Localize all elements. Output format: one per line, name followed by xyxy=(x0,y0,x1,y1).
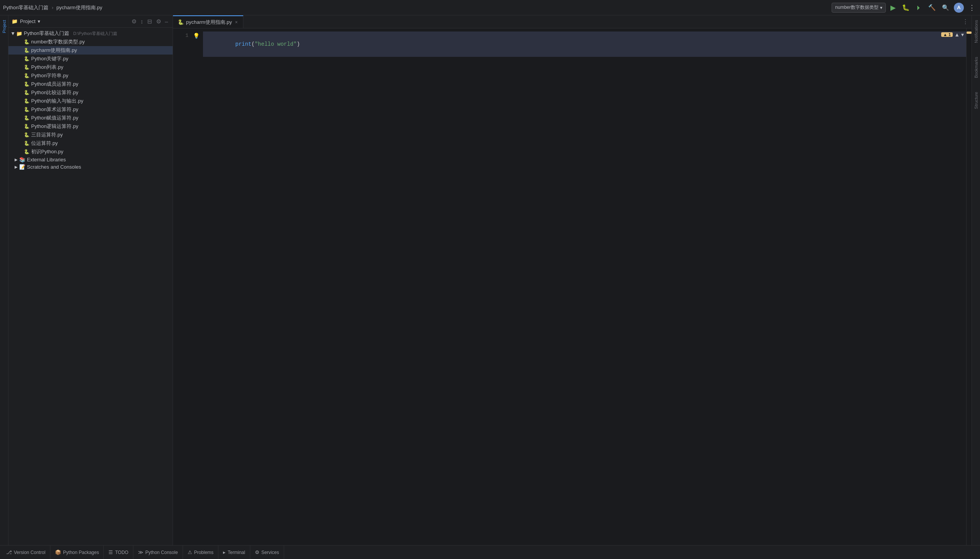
file-logical[interactable]: 🐍 Python逻辑运算符.py xyxy=(8,122,173,131)
tree-root[interactable]: ▶ 📁 Python零基础入门篇 D:\Python零基础入门篇 xyxy=(8,29,173,38)
scratches-consoles[interactable]: ▶ 📝 Scratches and Consoles xyxy=(8,163,173,171)
py-file-icon: 🐍 xyxy=(24,48,30,53)
panel-actions: ⚙ ↕ ⊟ ⚙ – xyxy=(130,17,170,26)
run-config-chevron: ▾ xyxy=(880,5,882,10)
scratches-label: Scratches and Consoles xyxy=(27,164,81,170)
file-keywords[interactable]: 🐍 Python关键字.py xyxy=(8,55,173,63)
python-console-tab[interactable]: ≫ Python Console xyxy=(133,546,183,559)
problems-tab[interactable]: ⚠ Problems xyxy=(183,546,219,559)
python-packages-icon: 📦 xyxy=(55,549,61,555)
root-folder-icon: 📁 xyxy=(16,31,22,36)
py-file-icon: 🐍 xyxy=(24,98,30,104)
file-pycharm-guide[interactable]: 🐍 pycharm使用指南.py xyxy=(8,46,173,55)
project-dropdown-icon[interactable]: ▾ xyxy=(38,18,40,24)
file-list[interactable]: 🐍 Python列表.py xyxy=(8,63,173,71)
version-control-icon: ⎇ xyxy=(6,549,12,555)
breadcrumb-separator: › xyxy=(52,5,53,10)
notifications-tab-vertical[interactable]: Notifications xyxy=(973,17,979,46)
terminal-label: Terminal xyxy=(228,550,245,555)
file-name: Python逻辑运算符.py xyxy=(31,123,78,130)
search-everywhere-button[interactable]: 🔍 xyxy=(940,3,951,13)
py-file-icon: 🐍 xyxy=(24,124,30,129)
run-config-label: number数字数据类型 xyxy=(835,4,879,11)
py-file-icon: 🐍 xyxy=(24,56,30,61)
warning-nav-up[interactable]: ▲ xyxy=(954,32,960,38)
warning-nav-down[interactable]: ▾ xyxy=(961,32,964,38)
debug-button[interactable]: 🐛 xyxy=(900,2,911,13)
breadcrumb-file[interactable]: pycharm使用指南.py xyxy=(57,4,102,11)
file-assignment[interactable]: 🐍 Python赋值运算符.py xyxy=(8,114,173,122)
tabs-more-button[interactable]: ⋮ xyxy=(959,18,972,25)
terminal-tab[interactable]: ▸ Terminal xyxy=(218,546,250,559)
file-name: Python成员运算符.py xyxy=(31,81,78,88)
run-button[interactable]: ▶ xyxy=(889,2,897,13)
editor-scroll-sidebar[interactable] xyxy=(966,28,972,545)
warning-area: ▲ 1 ▲ ▾ xyxy=(941,32,964,38)
file-string[interactable]: 🐍 Python字符串.py xyxy=(8,71,173,80)
file-intro-python[interactable]: 🐍 初识Python.py xyxy=(8,148,173,156)
more-actions-button[interactable]: ⋮ xyxy=(967,2,977,13)
bottom-bar: ⎇ Version Control 📦 Python Packages ☰ TO… xyxy=(0,545,980,559)
file-name: Python比较运算符.py xyxy=(31,89,78,96)
ext-lib-label: External Libraries xyxy=(27,157,66,163)
version-control-label: Version Control xyxy=(14,550,45,555)
expand-icon: ▶ xyxy=(11,32,15,35)
string-literal: "hello world" xyxy=(255,41,296,47)
python-console-label: Python Console xyxy=(145,550,178,555)
right-panel: 🐍 pycharm使用指南.py × ⋮ 1 💡 print("hello wo… xyxy=(173,15,972,545)
py-file-icon: 🐍 xyxy=(24,132,30,138)
scroll-warning-marker xyxy=(967,32,972,34)
code-editor[interactable]: print("hello world") xyxy=(200,28,966,545)
bookmarks-tab-vertical[interactable]: Bookmarks xyxy=(973,54,979,81)
services-tab[interactable]: ⚙ Services xyxy=(250,546,284,559)
avatar[interactable]: A xyxy=(954,3,964,13)
run-config-dropdown[interactable]: number数字数据类型 ▾ xyxy=(832,3,886,13)
line-numbers: 1 xyxy=(173,28,192,545)
tab-close-button[interactable]: × xyxy=(234,19,238,26)
file-ternary[interactable]: 🐍 三目运算符.py xyxy=(8,131,173,139)
resume-button[interactable]: ⏵ xyxy=(914,3,923,13)
warning-badge[interactable]: ▲ 1 xyxy=(941,32,953,37)
bulb-icon[interactable]: 💡 xyxy=(192,32,200,40)
file-comparison[interactable]: 🐍 Python比较运算符.py xyxy=(8,88,173,97)
structure-tab-vertical[interactable]: Structure xyxy=(973,89,979,112)
minimize-icon-btn[interactable]: – xyxy=(163,17,170,25)
todo-tab[interactable]: ☰ TODO xyxy=(104,546,133,559)
scratch-icon: 📝 xyxy=(19,164,25,170)
project-panel-title: 📁 Project ▾ xyxy=(12,18,40,24)
editor-tab-pycharm-guide[interactable]: 🐍 pycharm使用指南.py × xyxy=(173,15,243,28)
file-number[interactable]: 🐍 number数字数据类型.py xyxy=(8,38,173,46)
version-control-tab[interactable]: ⎇ Version Control xyxy=(2,546,50,559)
right-sidebar-tabs: Notifications Bookmarks Structure xyxy=(972,15,980,545)
file-io[interactable]: 🐍 Python的输入与输出.py xyxy=(8,97,173,105)
gear-icon-btn[interactable]: ⚙ xyxy=(155,17,163,26)
file-name: number数字数据类型.py xyxy=(31,38,85,45)
gutter-icons: 💡 xyxy=(192,28,200,545)
file-bitwise[interactable]: 🐍 位运算符.py xyxy=(8,139,173,148)
build-button[interactable]: 🔨 xyxy=(927,2,937,13)
file-membership[interactable]: 🐍 Python成员运算符.py xyxy=(8,80,173,88)
collapse-icon-btn[interactable]: ⊟ xyxy=(146,17,154,26)
expand-icon: ▶ xyxy=(15,165,18,169)
close-paren: ) xyxy=(297,41,300,47)
services-label: Services xyxy=(261,550,279,555)
settings-icon-btn[interactable]: ⚙ xyxy=(130,17,138,26)
python-packages-tab[interactable]: 📦 Python Packages xyxy=(50,546,104,559)
file-name: Python算术运算符.py xyxy=(31,106,78,113)
tab-label: pycharm使用指南.py xyxy=(186,19,232,26)
py-tab-icon: 🐍 xyxy=(178,19,184,25)
file-arithmetic[interactable]: 🐍 Python算术运算符.py xyxy=(8,105,173,114)
project-panel-header: 📁 Project ▾ ⚙ ↕ ⊟ ⚙ – xyxy=(8,15,173,28)
code-line-1: print("hello world") xyxy=(203,32,966,57)
external-libraries[interactable]: ▶ 📚 External Libraries xyxy=(8,156,173,163)
project-tab-vertical[interactable]: Project xyxy=(1,17,7,36)
py-file-icon: 🐍 xyxy=(24,149,30,154)
breadcrumb-project[interactable]: Python零基础入门篇 xyxy=(3,4,48,11)
file-name: Python列表.py xyxy=(31,64,63,71)
sort-icon-btn[interactable]: ↕ xyxy=(139,17,145,25)
file-name: 位运算符.py xyxy=(31,140,58,147)
root-folder-name: Python零基础入门篇 xyxy=(24,30,69,37)
problems-label: Problems xyxy=(194,550,214,555)
file-name: pycharm使用指南.py xyxy=(31,47,77,54)
print-keyword: print xyxy=(235,41,251,47)
